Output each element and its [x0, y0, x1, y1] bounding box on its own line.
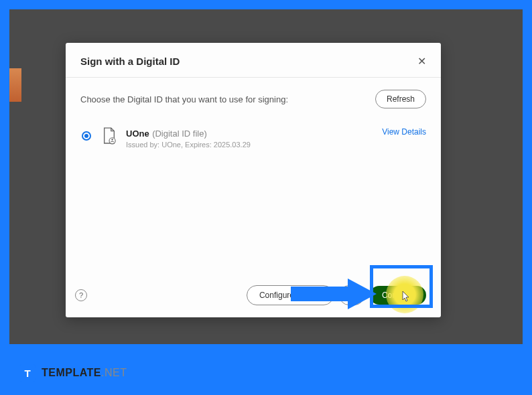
- help-button[interactable]: ?: [75, 289, 87, 301]
- watermark-icon: T: [19, 364, 36, 382]
- svg-point-1: [111, 139, 113, 140]
- cancel-button[interactable]: Cancel: [339, 285, 364, 305]
- watermark: T TEMPLATE.NET: [19, 364, 127, 382]
- dialog-title: Sign with a Digital ID: [80, 56, 180, 67]
- dialog-header: Sign with a Digital ID ✕: [66, 43, 441, 78]
- footer-buttons: Configure New Digital ID Cancel Continue: [247, 285, 426, 305]
- radio-selected[interactable]: [80, 130, 92, 142]
- sign-dialog: Sign with a Digital ID ✕ Choose the Digi…: [66, 43, 441, 317]
- digital-id-meta: Issued by: UOne, Expires: 2025.03.29: [126, 141, 382, 149]
- instruction-row: Choose the Digital ID that you want to u…: [80, 90, 426, 108]
- dialog-body: Choose the Digital ID that you want to u…: [66, 78, 441, 276]
- close-button[interactable]: ✕: [417, 55, 426, 68]
- close-icon: ✕: [417, 56, 426, 67]
- continue-button[interactable]: Continue: [370, 286, 426, 305]
- refresh-button[interactable]: Refresh: [375, 90, 426, 108]
- dialog-footer: ? Configure New Digital ID Cancel Contin…: [66, 276, 441, 317]
- view-details-link[interactable]: View Details: [382, 127, 426, 137]
- continue-wrap: Continue: [370, 286, 426, 305]
- configure-new-id-button[interactable]: Configure New Digital ID: [247, 285, 334, 305]
- background-artifact: [9, 68, 21, 102]
- digital-id-name: UOne: [126, 129, 149, 139]
- digital-id-row[interactable]: UOne (Digital ID file) Issued by: UOne, …: [80, 123, 426, 153]
- file-badge-icon: [102, 127, 117, 145]
- digital-id-text: UOne (Digital ID file) Issued by: UOne, …: [126, 127, 382, 149]
- instruction-text: Choose the Digital ID that you want to u…: [80, 94, 288, 104]
- help-icon: ?: [79, 291, 83, 299]
- watermark-text: TEMPLATE.NET: [42, 367, 127, 379]
- app-background: Sign with a Digital ID ✕ Choose the Digi…: [9, 9, 523, 344]
- digital-id-type: (Digital ID file): [152, 129, 207, 139]
- svg-point-0: [109, 138, 115, 144]
